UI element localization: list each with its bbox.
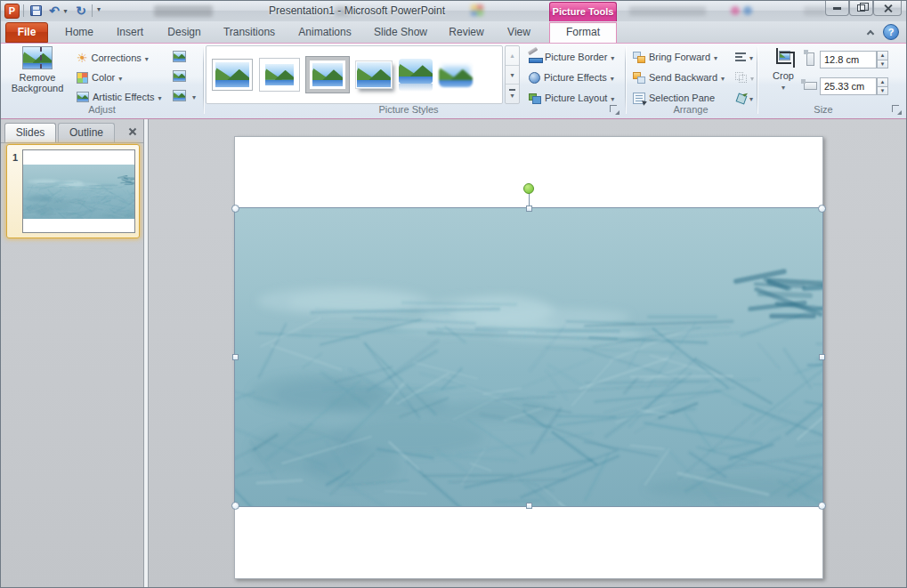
corrections-button[interactable]: Corrections [74,49,151,67]
width-decrement-button[interactable]: ▼ [877,86,888,96]
compress-pictures-icon [173,51,186,62]
tab-insert[interactable]: Insert [108,22,152,43]
bring-forward-icon [633,52,645,63]
picture-style-metal-frame[interactable] [306,57,349,93]
tab-outline[interactable]: Outline [58,123,115,142]
send-backward-label: Send Backward [649,72,717,83]
tab-design[interactable]: Design [159,22,209,43]
customize-qat-icon [97,8,106,13]
rotation-handle[interactable] [523,183,534,194]
slide-thumbnail-selection[interactable]: 1 [6,144,140,238]
width-increment-button[interactable]: ▲ [877,77,888,86]
minimize-button[interactable] [825,1,849,16]
reset-picture-dropdown[interactable] [190,88,198,106]
resize-handle-bottom[interactable] [526,503,532,509]
gallery-scroll-up-button[interactable]: ▴ [506,46,519,66]
redo-button[interactable] [74,3,88,19]
dropdown-arrow-icon [749,93,753,103]
height-decrement-button[interactable]: ▼ [877,60,888,69]
background-window-artifact [743,6,752,15]
picture-styles-dialog-launcher[interactable] [610,105,620,115]
tab-slide-show[interactable]: Slide Show [366,22,435,43]
remove-background-button[interactable]: Remove Background [8,46,67,93]
height-field[interactable] [820,51,877,68]
color-button[interactable]: Color [74,68,125,86]
color-palette-icon [77,72,88,84]
align-icon [735,52,746,61]
artistic-effects-label: Artistic Effects [93,92,154,102]
change-picture-button[interactable] [170,67,189,85]
shape-height-icon [806,52,814,66]
resize-handle-top[interactable] [526,205,532,212]
picture-style-beveled-matte[interactable] [259,58,300,92]
align-button[interactable] [733,48,756,66]
style-thumbnail-icon [357,62,391,87]
picture-style-simple-frame[interactable] [212,59,253,91]
picture-style-soft-edge[interactable] [439,62,473,87]
smartart-layout-icon [529,93,541,104]
selection-pane-icon [633,93,645,104]
slide-thumbnail[interactable] [22,149,135,233]
picture-style-reflected-rounded[interactable] [399,59,433,92]
crop-label: Crop [773,70,794,81]
undo-dropdown-arrow-icon[interactable] [61,3,69,19]
compress-pictures-button[interactable] [170,47,189,65]
background-window-artifact [629,6,706,16]
style-thumbnail-icon [265,64,294,85]
dropdown-arrow-icon [611,72,614,83]
picture-effects-button[interactable]: Picture Effects [526,68,617,86]
tab-review[interactable]: Review [442,22,490,43]
tab-view[interactable]: View [498,22,540,43]
tab-transitions[interactable]: Transitions [216,22,282,43]
ribbon-tab-row: File Home Insert Design Transitions Anim… [1,21,906,43]
dropdown-arrow-icon [611,52,614,62]
gallery-scroll-down-button[interactable]: ▾ [506,66,519,85]
tab-animations[interactable]: Animations [291,22,359,43]
resize-handle-left[interactable] [232,354,239,360]
width-field[interactable] [820,77,877,95]
tab-slides[interactable]: Slides [4,123,56,142]
close-panel-button[interactable] [127,126,138,137]
save-button[interactable] [28,3,44,19]
gallery-more-button[interactable]: ▾ [506,85,519,103]
picture-style-drop-shadow[interactable] [355,60,393,89]
gallery-scrollbar: ▴ ▾ ▾ [505,45,520,104]
collapse-ribbon-button[interactable] [863,26,878,39]
picture-layout-label: Picture Layout [545,93,607,103]
height-increment-button[interactable]: ▲ [877,51,888,60]
style-thumbnail-icon [439,62,473,87]
powerpoint-app-icon[interactable]: P [4,4,20,19]
tab-file[interactable]: File [5,22,48,43]
resize-handle-right[interactable] [819,354,825,360]
dropdown-arrow-icon [118,72,122,83]
selected-picture[interactable] [235,208,822,506]
slides-panel: Slides Outline 1 [1,119,143,588]
dropdown-arrow-icon [611,93,614,103]
undo-button[interactable] [47,3,61,19]
send-backward-button[interactable]: Send Backward [630,68,727,86]
rotate-icon [735,93,746,103]
tab-format[interactable]: Format [549,22,617,43]
picture-tools-contextual-header: Picture Tools [549,2,617,21]
crop-button[interactable]: Crop [765,47,802,92]
picture-border-button[interactable]: Picture Border [526,48,617,66]
qat-separator [23,4,24,17]
bring-forward-button[interactable]: Bring Forward [630,48,720,66]
reset-picture-button[interactable] [170,86,189,104]
slide[interactable] [234,136,823,579]
picture-border-label: Picture Border [545,52,607,62]
resize-handle-bottom-left[interactable] [231,502,239,510]
resize-handle-top-right[interactable] [818,205,826,213]
artistic-effects-button[interactable]: Artistic Effects [74,88,165,106]
window-title: Presentation1 - Microsoft PowerPoint [179,4,535,17]
restore-button[interactable] [849,1,873,16]
size-dialog-launcher[interactable] [892,105,902,115]
customize-qat-button[interactable] [95,3,108,19]
resize-handle-top-left[interactable] [231,205,239,213]
close-button[interactable] [873,1,902,16]
help-button[interactable]: ? [883,24,899,40]
group-button[interactable] [733,68,757,86]
remove-background-icon [22,46,53,69]
tab-home[interactable]: Home [58,22,101,43]
resize-handle-bottom-right[interactable] [818,502,826,510]
